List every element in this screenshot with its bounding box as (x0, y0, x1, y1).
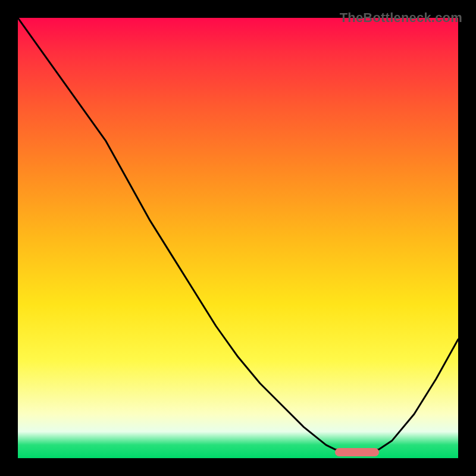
optimal-range-marker (335, 448, 379, 456)
chart-frame: TheBottleneck.com (9, 9, 467, 467)
bottleneck-curve (18, 18, 458, 458)
watermark-text: TheBottleneck.com (340, 10, 462, 26)
plot-area (18, 18, 458, 458)
